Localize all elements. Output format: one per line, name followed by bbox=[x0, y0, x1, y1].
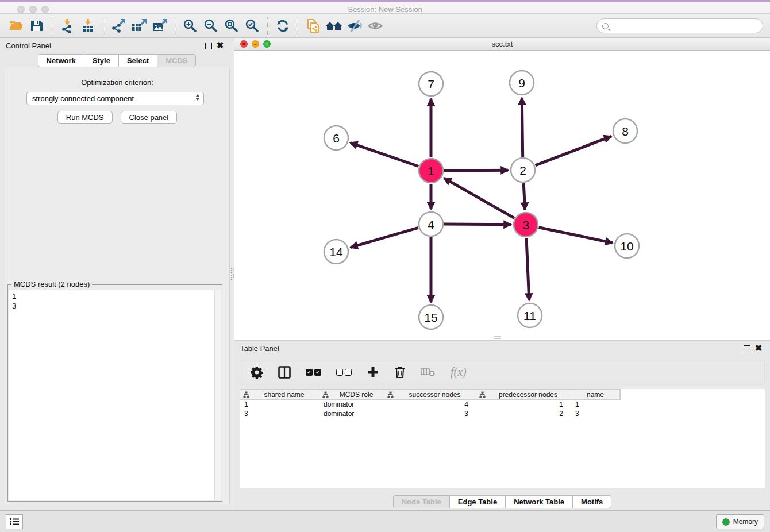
graph-edge[interactable] bbox=[523, 183, 525, 210]
zoom-fit-button[interactable] bbox=[221, 16, 242, 36]
zoom-in-button[interactable] bbox=[180, 16, 201, 36]
column-header[interactable]: name bbox=[571, 390, 620, 399]
column-header[interactable]: shared name bbox=[240, 390, 319, 399]
table-row[interactable]: 1dominator411 bbox=[240, 400, 765, 409]
close-panel-button[interactable]: Close panel bbox=[121, 111, 178, 124]
table-panel: Table Panel ✖ ✓✓ f(x) shared nameMCDS ro… bbox=[234, 340, 770, 510]
table-cell[interactable]: 3 bbox=[240, 409, 319, 418]
graph-edge[interactable] bbox=[351, 228, 418, 247]
table-cell[interactable]: 4 bbox=[384, 400, 476, 409]
table-cell[interactable]: 1 bbox=[240, 400, 319, 409]
search-field[interactable] bbox=[596, 18, 763, 33]
graph-edge[interactable] bbox=[444, 170, 508, 171]
table-cell[interactable]: 1 bbox=[476, 400, 571, 409]
table-panel-header: Table Panel ✖ bbox=[234, 341, 770, 357]
select-all-button[interactable]: ✓✓ bbox=[306, 364, 321, 381]
import-network-button[interactable] bbox=[57, 16, 78, 36]
network-canvas[interactable]: 7968124314101511 bbox=[234, 51, 770, 340]
mcds-result-scrollbar[interactable] bbox=[214, 290, 221, 500]
table-cell[interactable]: 2 bbox=[476, 409, 571, 418]
graph-node[interactable]: 15 bbox=[419, 305, 443, 329]
graph-node[interactable]: 8 bbox=[613, 119, 637, 143]
svg-text:3: 3 bbox=[522, 218, 529, 232]
zoom-fit-icon bbox=[224, 18, 239, 33]
new-network-from-selection-button[interactable] bbox=[303, 16, 324, 36]
tab-style[interactable]: Style bbox=[84, 54, 119, 67]
column-header[interactable]: MCDS role bbox=[319, 390, 384, 399]
zoom-out-button[interactable] bbox=[201, 16, 221, 36]
tab-motifs[interactable]: Motifs bbox=[572, 495, 611, 508]
graph-node[interactable]: 11 bbox=[518, 303, 542, 327]
toolbar-separator bbox=[103, 17, 103, 35]
table-cell[interactable]: 3 bbox=[384, 409, 476, 418]
graph-node[interactable]: 10 bbox=[615, 234, 639, 258]
tab-network[interactable]: Network bbox=[38, 54, 84, 67]
zoom-selected-button[interactable] bbox=[242, 16, 263, 36]
column-header[interactable]: successor nodes bbox=[384, 390, 476, 399]
graph-edge[interactable] bbox=[526, 238, 529, 300]
network-window-titlebar[interactable]: ✕ − + scc.txt bbox=[234, 38, 770, 51]
table-settings-button[interactable] bbox=[251, 364, 263, 381]
mcds-result-text[interactable]: 1 3 bbox=[9, 290, 214, 500]
delete-row-button[interactable] bbox=[394, 364, 406, 381]
graph-node[interactable]: 2 bbox=[511, 158, 535, 182]
criterion-select[interactable]: strongly connected component bbox=[26, 92, 204, 105]
deselect-all-button[interactable] bbox=[336, 364, 352, 381]
graph-node[interactable]: 7 bbox=[419, 72, 443, 96]
close-panel-icon[interactable]: ✖ bbox=[215, 40, 225, 51]
float-panel-icon[interactable] bbox=[205, 43, 212, 49]
export-network-button[interactable] bbox=[108, 16, 129, 36]
graph-edge[interactable] bbox=[539, 228, 613, 243]
run-mcds-button[interactable]: Run MCDS bbox=[57, 111, 113, 124]
graph-edge[interactable] bbox=[351, 143, 419, 167]
show-panels-button[interactable] bbox=[6, 514, 23, 529]
table-cell[interactable]: dominator bbox=[319, 409, 384, 418]
tab-edge-table[interactable]: Edge Table bbox=[449, 495, 506, 508]
table-toolbar: ✓✓ f(x) bbox=[240, 360, 765, 384]
close-table-panel-icon[interactable]: ✖ bbox=[754, 343, 763, 353]
neighborhood-button[interactable] bbox=[324, 16, 344, 36]
graph-edge[interactable] bbox=[444, 178, 514, 218]
delete-table-button[interactable] bbox=[421, 364, 436, 381]
graph-node[interactable]: 4 bbox=[419, 212, 443, 236]
table-cell[interactable]: dominator bbox=[319, 400, 384, 409]
svg-text:1: 1 bbox=[428, 164, 434, 178]
import-table-button[interactable] bbox=[78, 16, 98, 36]
export-table-button[interactable] bbox=[129, 16, 149, 36]
search-input[interactable] bbox=[612, 20, 763, 32]
graph-node[interactable]: 9 bbox=[510, 71, 534, 95]
graph-node[interactable]: 1 bbox=[419, 159, 443, 183]
table-cell[interactable]: 1 bbox=[571, 400, 619, 409]
tab-select[interactable]: Select bbox=[118, 54, 157, 67]
open-folder-icon bbox=[8, 18, 24, 33]
graph-edge[interactable] bbox=[522, 98, 522, 157]
splitter-handle[interactable] bbox=[231, 268, 234, 280]
export-image-button[interactable] bbox=[149, 16, 170, 36]
graph-node[interactable]: 14 bbox=[324, 240, 348, 264]
save-session-button[interactable] bbox=[26, 16, 47, 36]
table-row[interactable]: 3dominator323 bbox=[240, 409, 765, 418]
show-all-button[interactable] bbox=[365, 16, 386, 36]
graph-node[interactable]: 6 bbox=[324, 126, 348, 150]
tab-network-table[interactable]: Network Table bbox=[505, 495, 573, 508]
save-icon bbox=[29, 18, 44, 33]
function-builder-button[interactable]: f(x) bbox=[451, 364, 467, 381]
show-column-button[interactable] bbox=[278, 364, 291, 381]
add-row-button[interactable] bbox=[367, 364, 379, 381]
table-cell[interactable]: 3 bbox=[571, 409, 619, 418]
graph-edge[interactable] bbox=[444, 224, 511, 225]
column-header-label: predecessor nodes bbox=[486, 391, 571, 399]
graph-node[interactable]: 3 bbox=[514, 213, 538, 237]
hide-selected-button[interactable] bbox=[344, 16, 365, 36]
column-header[interactable]: predecessor nodes bbox=[476, 390, 571, 399]
open-session-button[interactable] bbox=[6, 16, 26, 36]
refresh-view-button[interactable] bbox=[272, 16, 293, 36]
float-table-panel-icon[interactable] bbox=[744, 345, 750, 352]
canvas-resize-grip[interactable] bbox=[494, 336, 501, 339]
tab-node-table[interactable]: Node Table bbox=[393, 495, 450, 508]
tab-mcds[interactable]: MCDS bbox=[157, 54, 196, 67]
graph-edge[interactable] bbox=[536, 136, 611, 165]
attribute-tree-icon bbox=[387, 391, 394, 398]
memory-button[interactable]: Memory bbox=[716, 514, 764, 529]
import-table-icon bbox=[80, 18, 95, 33]
